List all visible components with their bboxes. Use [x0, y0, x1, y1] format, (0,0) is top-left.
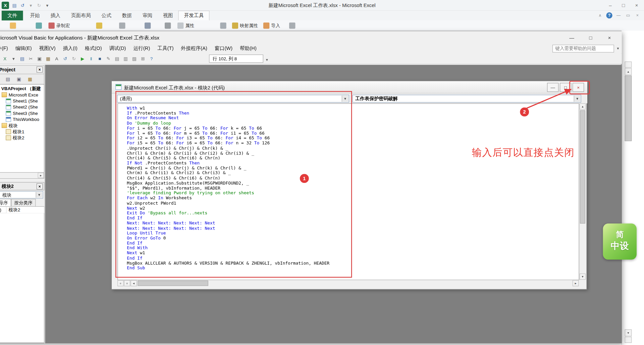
scroll-thumb[interactable]	[625, 75, 632, 141]
tree-item-4[interactable]: Sheet3 (She	[0, 110, 44, 116]
tree-item-3[interactable]: Sheet2 (She	[0, 104, 44, 110]
vba-menu-5[interactable]: 调试(D)	[106, 44, 130, 53]
export-icon[interactable]	[289, 22, 295, 28]
app-maximize-button[interactable]: □	[617, 0, 630, 11]
view-code-icon[interactable]	[220, 22, 226, 28]
excel-tab-3[interactable]: 公式	[96, 11, 117, 20]
toolbox-icon[interactable]: ⊞	[139, 55, 147, 62]
break-icon[interactable]: ‖	[88, 55, 95, 62]
scroll-up-button[interactable]: ▲	[625, 68, 632, 75]
code-scroll-down-button[interactable]: ▼	[580, 274, 586, 280]
excel-tab-5[interactable]: 审阅	[137, 11, 158, 20]
properties-tab-1[interactable]: 按分类序	[11, 199, 36, 206]
code-scroll-left-button[interactable]: ◄	[130, 280, 137, 286]
tree-item-2[interactable]: Sheet1 (She	[0, 98, 44, 104]
tree-item-8[interactable]: 模块2	[0, 135, 44, 141]
split-pane-button-2[interactable]: ≡	[124, 280, 130, 286]
project-tree-hscrollbar[interactable]: ►	[0, 173, 44, 179]
help-dropdown-icon[interactable]: ▼	[615, 45, 621, 52]
properties-object-dropdown[interactable]: 模块 ▼	[0, 191, 43, 199]
record-macro-icon[interactable]: 录制宏	[48, 22, 70, 28]
vba-close-button[interactable]: ×	[600, 33, 619, 42]
vba-menu-7[interactable]: 工具(T)	[154, 44, 177, 53]
tree-item-7[interactable]: 模块1	[0, 129, 44, 135]
toggle-folders-icon[interactable]: ▦	[26, 75, 34, 83]
paste-icon[interactable]: ▦	[44, 55, 52, 62]
project-explorer-icon[interactable]: ▤	[113, 55, 121, 62]
cut-icon[interactable]: ✂	[27, 55, 35, 62]
help-icon[interactable]: ?	[148, 55, 155, 62]
map-properties-icon[interactable]: 映射属性	[232, 22, 258, 28]
code-scroll-up-button[interactable]: ▲	[580, 104, 586, 110]
macro-security-icon[interactable]	[96, 22, 102, 28]
excel-tab-2[interactable]: 页面布局	[66, 11, 96, 20]
properties-tab-0[interactable]: 按字母序	[0, 199, 11, 206]
design-mode-icon[interactable]: ✎	[105, 55, 112, 62]
object-browser-icon[interactable]: ▧	[130, 55, 138, 62]
tree-item-5[interactable]: ThisWorkboo	[0, 117, 44, 123]
excel-tab-4[interactable]: 数据	[117, 11, 137, 20]
properties-window-icon[interactable]: ▥	[122, 55, 129, 62]
excel-tab-7[interactable]: 开发工具	[178, 11, 209, 20]
excel-tab-6[interactable]: 视图	[158, 11, 178, 20]
code-hscrollbar[interactable]: ≡ ≡ ◄ ►	[117, 280, 579, 287]
scroll-down-button[interactable]: ▼	[625, 329, 632, 336]
file-tab[interactable]: 文件	[2, 11, 23, 20]
code-scroll-thumb[interactable]	[580, 110, 585, 223]
code-vscrollbar[interactable]: ▲ ▼	[579, 104, 586, 280]
split-pane-button-1[interactable]: ≡	[117, 280, 123, 286]
vba-menu-4[interactable]: 格式(O)	[81, 44, 106, 53]
book-restore-icon[interactable]: ▭	[625, 12, 631, 18]
project-explorer-title: VBAProject	[0, 67, 15, 72]
com-add-ins-icon[interactable]	[145, 22, 151, 28]
scroll-split-box[interactable]	[625, 62, 632, 68]
book-minimize-icon[interactable]: —	[615, 12, 622, 18]
chevron-down-icon[interactable]: ▼	[36, 192, 43, 198]
find-icon[interactable]: A	[53, 55, 60, 62]
book-close-icon[interactable]: ×	[634, 12, 641, 18]
tree-item-1[interactable]: Microsoft Exce	[0, 92, 44, 98]
vba-menu-2[interactable]: 视图(V)	[36, 44, 59, 53]
collapse-ribbon-icon[interactable]: ∧	[597, 12, 603, 18]
add-ins-icon[interactable]	[119, 22, 125, 28]
code-scroll-right-button[interactable]: ►	[573, 280, 579, 286]
redo-icon[interactable]: ↻	[70, 55, 77, 62]
run-icon[interactable]: ▶	[79, 55, 86, 62]
vba-menu-10[interactable]: 帮助(H)	[236, 44, 260, 53]
vba-menu-6[interactable]: 运行(R)	[130, 44, 154, 53]
macros-icon[interactable]	[36, 22, 42, 28]
app-close-button[interactable]: ×	[630, 0, 643, 11]
view-object-icon[interactable]: ▣	[15, 75, 22, 83]
vba-menu-9[interactable]: 窗口(W)	[211, 44, 236, 53]
view-excel-icon[interactable]: X	[1, 55, 9, 62]
app-minimize-button[interactable]: –	[604, 0, 617, 11]
reset-icon[interactable]: ■	[96, 55, 104, 62]
import-icon[interactable]: 导入	[263, 22, 280, 28]
code-hscroll-thumb[interactable]	[138, 281, 208, 286]
undo-icon[interactable]: ↺	[62, 55, 69, 62]
view-code-icon[interactable]: ▤	[4, 75, 11, 83]
tree-item-0[interactable]: VBAProject （新建	[0, 86, 44, 92]
tree-item-6[interactable]: 模块	[0, 123, 44, 129]
toolbar-options-icon[interactable]: ▼	[265, 58, 269, 62]
properties-icon[interactable]: 属性	[177, 22, 194, 28]
project-scroll-right-button[interactable]: ►	[38, 173, 44, 178]
excel-tab-0[interactable]: 开始	[24, 11, 45, 20]
copy-icon[interactable]: ▣	[36, 55, 43, 62]
excel-tab-1[interactable]: 插入	[45, 11, 66, 20]
vba-menu-0[interactable]: 文件(F)	[0, 44, 12, 53]
help-icon[interactable]: ?	[606, 12, 612, 18]
vba-menu-3[interactable]: 插入(I)	[59, 44, 81, 53]
help-search-input[interactable]: 键入需要帮助的问题	[552, 45, 614, 52]
vba-menu-8[interactable]: 外接程序(A)	[177, 44, 211, 53]
save-icon[interactable]: ▤	[18, 55, 26, 62]
vba-minimize-button[interactable]: —	[563, 33, 581, 42]
project-explorer-close-button[interactable]: ×	[37, 66, 43, 72]
view-dropdown-icon[interactable]: ▾	[10, 55, 17, 62]
property-row[interactable]: (名称) 模块2	[0, 207, 44, 213]
visual-basic-icon[interactable]	[10, 22, 16, 28]
insert-control-icon[interactable]	[165, 22, 171, 28]
vba-menu-1[interactable]: 编辑(E)	[12, 44, 36, 53]
vba-maximize-button[interactable]: □	[582, 33, 600, 42]
properties-close-button[interactable]: ×	[37, 183, 43, 189]
